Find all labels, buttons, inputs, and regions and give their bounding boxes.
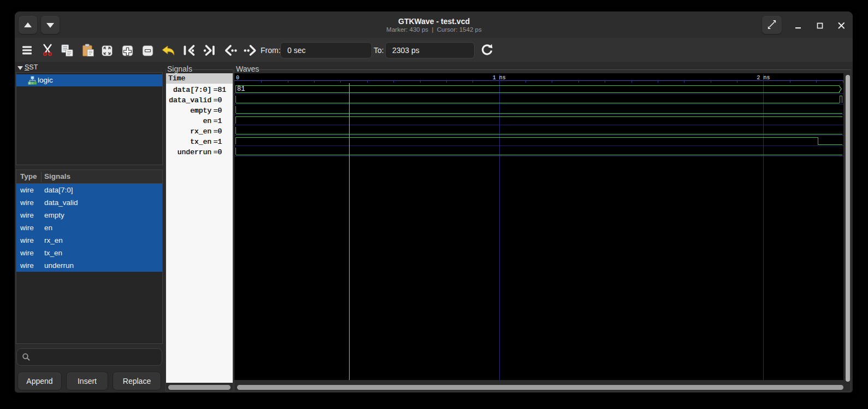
- svg-text:81: 81: [237, 85, 245, 93]
- svg-text:2 ns: 2 ns: [757, 75, 770, 81]
- svg-text:1 ns: 1 ns: [493, 75, 506, 81]
- svg-text:0: 0: [236, 75, 239, 81]
